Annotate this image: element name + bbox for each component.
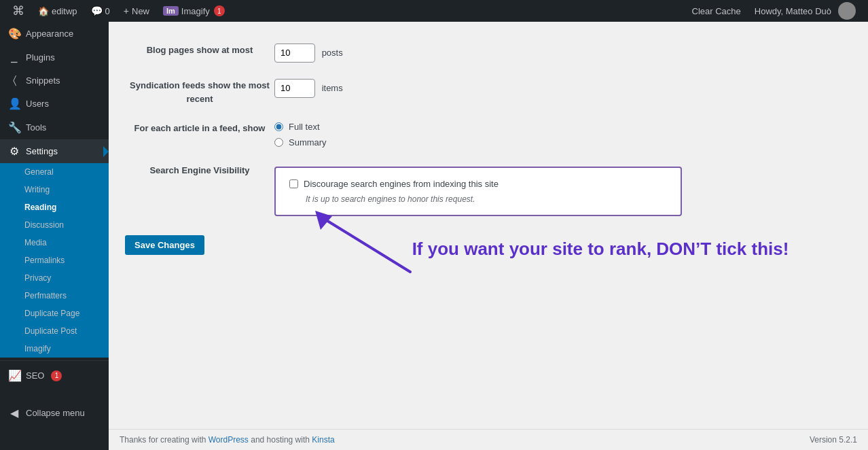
submenu-general[interactable]: General bbox=[0, 163, 109, 181]
submenu-duplicate-page[interactable]: Duplicate Page bbox=[0, 305, 109, 322]
syndication-row: Syndication feeds show the most recent i… bbox=[125, 71, 852, 114]
feed-summary-option[interactable]: Summary bbox=[274, 137, 852, 148]
adminbar-imagify[interactable]: Im Imagify 1 bbox=[156, 0, 232, 22]
settings-arrow bbox=[103, 146, 109, 157]
sev-checkbox-label: Discourage search engines from indexing … bbox=[304, 179, 499, 189]
adminbar-howdy[interactable]: Howdy, Matteo Duò bbox=[748, 0, 863, 22]
seo-icon: 📈 bbox=[8, 369, 20, 382]
seo-badge: 1 bbox=[51, 370, 62, 381]
collapse-menu[interactable]: ◀ Collapse menu bbox=[0, 401, 109, 425]
footer-wordpress-link[interactable]: WordPress bbox=[209, 435, 249, 445]
submenu-reading[interactable]: Reading bbox=[0, 198, 109, 216]
feed-article-row: For each article in a feed, show Full te… bbox=[125, 114, 852, 156]
sev-label: Search Engine Visibility bbox=[125, 156, 274, 224]
syndication-input[interactable] bbox=[274, 79, 315, 98]
submenu-imagify[interactable]: Imagify bbox=[0, 340, 109, 358]
admin-bar: ⌘ 🏠 editwp 💬 0 + New Im Imagify 1 Clear … bbox=[0, 0, 868, 22]
sidebar-item-users[interactable]: 👤 Users bbox=[0, 92, 109, 116]
footer-left: Thanks for creating with WordPress and h… bbox=[120, 435, 335, 445]
svg-marker-1 bbox=[315, 211, 332, 230]
submenu-duplicate-post[interactable]: Duplicate Post bbox=[0, 322, 109, 340]
save-changes-button[interactable]: Save Changes bbox=[125, 235, 204, 255]
users-icon: 👤 bbox=[8, 97, 20, 110]
feed-full-text-radio[interactable] bbox=[274, 122, 283, 131]
menu-separator bbox=[0, 360, 109, 361]
settings-form-table: Blog pages show at most posts Syndicatio… bbox=[125, 35, 852, 224]
adminbar-wp-logo[interactable]: ⌘ bbox=[5, 0, 31, 22]
sev-row: Search Engine Visibility Discourage sear… bbox=[125, 156, 852, 224]
annotation-text: If you want your site to rank, DON’T tic… bbox=[410, 238, 791, 261]
submenu-discussion[interactable]: Discussion bbox=[0, 216, 109, 234]
sev-checkbox-row: Discourage search engines from indexing … bbox=[289, 179, 667, 189]
annotation-container: Save Changes If you want your site to ra… bbox=[125, 224, 852, 255]
sidebar-item-snippets[interactable]: 〈 Snippets bbox=[0, 69, 109, 92]
feed-summary-label: Summary bbox=[289, 137, 327, 148]
footer-thanks-text: Thanks for creating with bbox=[120, 435, 209, 445]
blog-pages-input[interactable] bbox=[274, 44, 315, 63]
submenu-privacy[interactable]: Privacy bbox=[0, 269, 109, 287]
sidebar-item-appearance[interactable]: 🎨 Appearance bbox=[0, 22, 109, 46]
sidebar-item-settings[interactable]: ⚙ Settings bbox=[0, 139, 109, 163]
feed-article-label: For each article in a feed, show bbox=[125, 114, 274, 156]
appearance-icon: 🎨 bbox=[8, 27, 20, 40]
settings-submenu: General Writing Reading Discussion Media… bbox=[0, 163, 109, 358]
blog-pages-suffix: posts bbox=[322, 48, 343, 58]
sidebar-item-plugins[interactable]: ⎯ Plugins bbox=[0, 46, 109, 69]
sev-inner: Discourage search engines from indexing … bbox=[289, 179, 667, 204]
blog-pages-label: Blog pages show at most bbox=[125, 35, 274, 71]
sev-note: It is up to search engines to honor this… bbox=[306, 194, 667, 204]
feed-summary-radio[interactable] bbox=[274, 138, 283, 147]
adminbar-new[interactable]: + New bbox=[117, 0, 156, 22]
feed-full-text-option[interactable]: Full text bbox=[274, 122, 852, 132]
adminbar-clear-cache[interactable]: Clear Cache bbox=[685, 0, 748, 22]
syndication-suffix: items bbox=[322, 83, 343, 93]
main-content: Blog pages show at most posts Syndicatio… bbox=[109, 22, 868, 450]
sidebar: 🎨 Appearance ⎯ Plugins 〈 Snippets 👤 User… bbox=[0, 22, 109, 450]
adminbar-comments[interactable]: 💬 0 bbox=[84, 0, 117, 22]
feed-full-text-label: Full text bbox=[289, 122, 320, 132]
sidebar-item-seo[interactable]: 📈 SEO 1 bbox=[0, 364, 109, 387]
sidebar-item-tools[interactable]: 🔧 Tools bbox=[0, 116, 109, 139]
feed-radio-group: Full text Summary bbox=[274, 122, 852, 148]
svg-line-0 bbox=[322, 218, 410, 272]
adminbar-site-name[interactable]: 🏠 editwp bbox=[31, 0, 84, 22]
tools-icon: 🔧 bbox=[8, 121, 20, 134]
syndication-label: Syndication feeds show the most recent bbox=[125, 71, 274, 114]
footer: Thanks for creating with WordPress and h… bbox=[109, 429, 868, 450]
submenu-writing[interactable]: Writing bbox=[0, 181, 109, 198]
footer-version: Version 5.2.1 bbox=[810, 435, 857, 445]
plugins-icon: ⎯ bbox=[8, 51, 20, 63]
submenu-media[interactable]: Media bbox=[0, 234, 109, 252]
blog-pages-row: Blog pages show at most posts bbox=[125, 35, 852, 71]
submenu-permalinks[interactable]: Permalinks bbox=[0, 252, 109, 269]
snippets-icon: 〈 bbox=[8, 74, 20, 86]
sev-checkbox[interactable] bbox=[289, 179, 298, 188]
collapse-icon: ◀ bbox=[8, 406, 20, 419]
submenu-perfmatters[interactable]: Perfmatters bbox=[0, 287, 109, 305]
settings-icon: ⚙ bbox=[8, 145, 20, 158]
adminbar-imagify-badge: 1 bbox=[214, 5, 225, 16]
footer-kinsta-link[interactable]: Kinsta bbox=[312, 435, 334, 445]
footer-hosting-text: and hosting with bbox=[249, 435, 312, 445]
